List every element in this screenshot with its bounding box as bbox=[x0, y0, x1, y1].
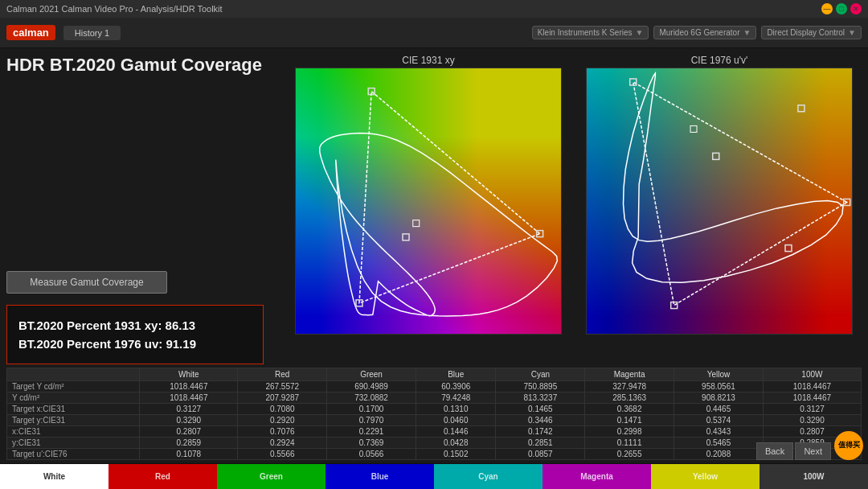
table-col-header: Cyan bbox=[496, 368, 585, 381]
display-label: Direct Display Control bbox=[767, 28, 845, 37]
color-strip: WhiteRedGreenBlueCyanMagentaYellow100W bbox=[0, 463, 868, 489]
results-box: BT.2020 Percent 1931 xy: 86.13 BT.2020 P… bbox=[6, 305, 264, 364]
titlebar: Calman 2021 Calman Video Pro - Analysis/… bbox=[0, 0, 868, 18]
data-table-area: WhiteRedGreenBlueCyanMagentaYellow100W T… bbox=[0, 368, 868, 463]
table-cell: y:CIE31 bbox=[7, 438, 140, 449]
table-cell: Target x:CIE31 bbox=[7, 404, 140, 415]
table-cell: 1018.4467 bbox=[140, 381, 238, 392]
next-button[interactable]: Next bbox=[795, 442, 831, 460]
table-cell: 0.0428 bbox=[416, 438, 496, 449]
table-cell: 0.1111 bbox=[585, 438, 674, 449]
table-cell: 0.5374 bbox=[674, 415, 764, 426]
charts-area: HDR BT.2020 Gamut Coverage Measure Gamut… bbox=[0, 48, 868, 368]
page-title: HDR BT.2020 Gamut Coverage bbox=[6, 55, 280, 76]
table-cell: 813.3237 bbox=[496, 392, 585, 404]
table-cell: 0.0857 bbox=[496, 449, 585, 460]
watermark-badge: 值得买 bbox=[834, 431, 863, 460]
table-cell: 0.2655 bbox=[585, 449, 674, 460]
table-cell: 0.1446 bbox=[416, 426, 496, 438]
main-content: HDR BT.2020 Gamut Coverage Measure Gamut… bbox=[0, 48, 868, 463]
table-cell: 0.3127 bbox=[140, 404, 238, 415]
table-cell: 750.8895 bbox=[496, 381, 585, 392]
table-col-header: Yellow bbox=[674, 368, 764, 381]
instrument-label: Klein Instruments K Series bbox=[538, 28, 633, 37]
color-swatch-cyan[interactable]: Cyan bbox=[434, 464, 542, 489]
table-row: Y cd/m²1018.4467207.9287732.088279.42488… bbox=[7, 392, 862, 404]
table-cell: 327.9478 bbox=[585, 381, 674, 392]
generator-dropdown[interactable]: Murideo 6G Generator ▼ bbox=[653, 26, 756, 39]
table-col-header: Red bbox=[238, 368, 327, 381]
table-cell: 690.4989 bbox=[327, 381, 416, 392]
table-col-header: Green bbox=[327, 368, 416, 381]
table-cell: 0.1471 bbox=[585, 415, 674, 426]
table-col-header bbox=[7, 368, 140, 381]
table-cell: 0.2920 bbox=[238, 415, 327, 426]
data-table: WhiteRedGreenBlueCyanMagentaYellow100W T… bbox=[6, 368, 862, 460]
table-cell: 285.1363 bbox=[585, 392, 674, 404]
table-cell: 0.7076 bbox=[238, 426, 327, 438]
table-cell: 0.4343 bbox=[674, 426, 764, 438]
table-cell: 0.1700 bbox=[327, 404, 416, 415]
measure-gamut-button[interactable]: Measure Gamut Coverage bbox=[6, 271, 167, 294]
table-cell: 958.0561 bbox=[674, 381, 764, 392]
maximize-btn[interactable]: □ bbox=[836, 3, 847, 14]
table-cell: 0.3290 bbox=[140, 415, 238, 426]
table-cell: 0.3446 bbox=[496, 415, 585, 426]
table-row: x:CIE310.28070.70760.22910.14460.17420.2… bbox=[7, 426, 862, 438]
color-swatch-yellow[interactable]: Yellow bbox=[651, 464, 760, 489]
color-swatch-blue[interactable]: Blue bbox=[326, 464, 434, 489]
cie1976-chart bbox=[586, 68, 853, 335]
table-cell: 0.1465 bbox=[496, 404, 585, 415]
table-cell: 1018.4467 bbox=[763, 381, 861, 392]
result-line-2: BT.2020 Percent 1976 uv: 91.19 bbox=[18, 337, 252, 351]
table-cell: 0.7369 bbox=[327, 438, 416, 449]
color-swatch-red[interactable]: Red bbox=[108, 464, 217, 489]
chevron-down-icon3: ▼ bbox=[848, 28, 856, 37]
table-cell: 79.4248 bbox=[416, 392, 496, 404]
table-cell: Target Y cd/m² bbox=[7, 381, 140, 392]
history-tab[interactable]: History 1 bbox=[63, 26, 121, 40]
window-controls: — □ ✕ bbox=[821, 3, 862, 14]
table-cell: 0.3682 bbox=[585, 404, 674, 415]
color-swatch-magenta[interactable]: Magenta bbox=[542, 464, 651, 489]
table-cell: 207.9287 bbox=[238, 392, 327, 404]
color-swatch-white[interactable]: White bbox=[0, 464, 108, 489]
table-col-header: 100W bbox=[763, 368, 861, 381]
app-logo: calman bbox=[6, 25, 55, 40]
table-cell: Target y:CIE31 bbox=[7, 415, 140, 426]
cie1931-chart bbox=[295, 68, 562, 335]
table-col-header: Blue bbox=[416, 368, 496, 381]
minimize-btn[interactable]: — bbox=[821, 3, 833, 14]
table-row: y:CIE310.28590.29240.73690.04280.28510.1… bbox=[7, 438, 862, 449]
table-row: Target u':CIE760.10780.55660.05660.15020… bbox=[7, 449, 862, 460]
table-cell: 0.1310 bbox=[416, 404, 496, 415]
table-row: Target x:CIE310.31270.70800.17000.13100.… bbox=[7, 404, 862, 415]
close-btn[interactable]: ✕ bbox=[850, 3, 862, 14]
titlebar-text: Calman 2021 Calman Video Pro - Analysis/… bbox=[6, 4, 223, 14]
table-cell: 1018.4467 bbox=[763, 392, 861, 404]
table-cell: 732.0882 bbox=[327, 392, 416, 404]
cie1976-title: CIE 1976 u'v' bbox=[691, 55, 748, 66]
display-control-dropdown[interactable]: Direct Display Control ▼ bbox=[761, 26, 862, 39]
color-swatch-green[interactable]: Green bbox=[217, 464, 326, 489]
table-col-header: Magenta bbox=[585, 368, 674, 381]
generator-label: Murideo 6G Generator bbox=[659, 28, 739, 37]
toolbar: calman History 1 Klein Instruments K Ser… bbox=[0, 18, 868, 48]
table-cell: 1018.4467 bbox=[140, 392, 238, 404]
left-panel: HDR BT.2020 Gamut Coverage Measure Gamut… bbox=[6, 55, 280, 364]
back-button[interactable]: Back bbox=[756, 442, 793, 460]
cie1976-chart-container: CIE 1976 u'v' bbox=[577, 55, 862, 364]
table-cell: 0.2859 bbox=[140, 438, 238, 449]
nav-buttons: Back Next bbox=[756, 442, 831, 460]
color-swatch-100w[interactable]: 100W bbox=[760, 464, 868, 489]
table-cell: 908.8213 bbox=[674, 392, 764, 404]
table-row: Target Y cd/m²1018.4467267.5572690.49896… bbox=[7, 381, 862, 392]
instrument-dropdown[interactable]: Klein Instruments K Series ▼ bbox=[532, 26, 649, 39]
table-col-header: White bbox=[140, 368, 238, 381]
table-cell: 0.3290 bbox=[763, 415, 861, 426]
chevron-down-icon2: ▼ bbox=[743, 28, 751, 37]
table-header-row: WhiteRedGreenBlueCyanMagentaYellow100W bbox=[7, 368, 862, 381]
cie1931-chart-container: CIE 1931 xy bbox=[286, 55, 571, 364]
table-cell: Y cd/m² bbox=[7, 392, 140, 404]
toolbar-right: Klein Instruments K Series ▼ Murideo 6G … bbox=[532, 26, 862, 39]
